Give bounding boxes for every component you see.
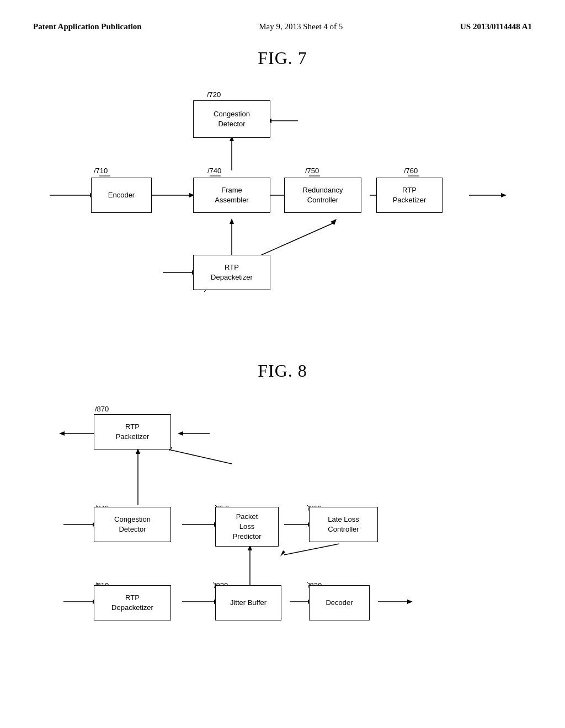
- ref-760: /760: [404, 167, 418, 175]
- congestion-detector-box-720: CongestionDetector: [193, 100, 270, 138]
- rtp-packetizer-box-870: RTPPacketizer: [94, 414, 171, 449]
- header-patent-number: US 2013/0114448 A1: [460, 22, 532, 31]
- page: Patent Application Publication May 9, 20…: [0, 0, 565, 728]
- ref-740: /740: [207, 167, 221, 175]
- svg-marker-29: [178, 431, 183, 436]
- fig8-diagram: /870 /840 /850 /860 /810 /820 /830 RTPPa…: [33, 398, 532, 651]
- svg-marker-15: [230, 218, 234, 224]
- svg-marker-13: [501, 193, 507, 197]
- svg-line-30: [171, 450, 232, 464]
- svg-marker-27: [59, 431, 65, 436]
- rtp-packetizer-box-760: RTPPacketizer: [376, 178, 443, 213]
- jitter-buffer-box: Jitter Buffer: [215, 585, 281, 620]
- header-date-sheet: May 9, 2013 Sheet 4 of 5: [259, 22, 343, 31]
- svg-marker-49: [407, 599, 413, 604]
- svg-line-16: [259, 223, 334, 256]
- fig7-diagram: /710 /720 /740 /750 /760 \730 Encoder Fr…: [33, 85, 532, 317]
- packet-loss-predictor-box: PacketLossPredictor: [215, 507, 279, 547]
- decoder-box: Decoder: [309, 585, 370, 620]
- frame-assembler-box: FrameAssembler: [193, 178, 270, 213]
- late-loss-controller-box: Late LossController: [309, 507, 378, 542]
- svg-marker-41: [280, 550, 285, 556]
- rtp-depacketizer-box-810: RTPDepacketizer: [94, 585, 171, 620]
- ref-870: /870: [95, 405, 109, 413]
- page-header: Patent Application Publication May 9, 20…: [33, 22, 532, 31]
- fig7-title: FIG. 7: [33, 48, 532, 68]
- ref-720: /720: [207, 90, 221, 99]
- rtp-depacketizer-box-730: RTPDepacketizer: [193, 255, 270, 290]
- header-publication-type: Patent Application Publication: [33, 22, 142, 31]
- svg-line-40: [284, 544, 339, 555]
- ref-750: /750: [305, 167, 319, 175]
- encoder-box: Encoder: [91, 178, 152, 213]
- fig8-title: FIG. 8: [33, 361, 532, 381]
- redundancy-controller-box: RedundancyController: [284, 178, 361, 213]
- ref-710: /710: [94, 167, 108, 175]
- svg-marker-17: [331, 219, 337, 225]
- congestion-detector-box-840: CongestionDetector: [94, 507, 171, 542]
